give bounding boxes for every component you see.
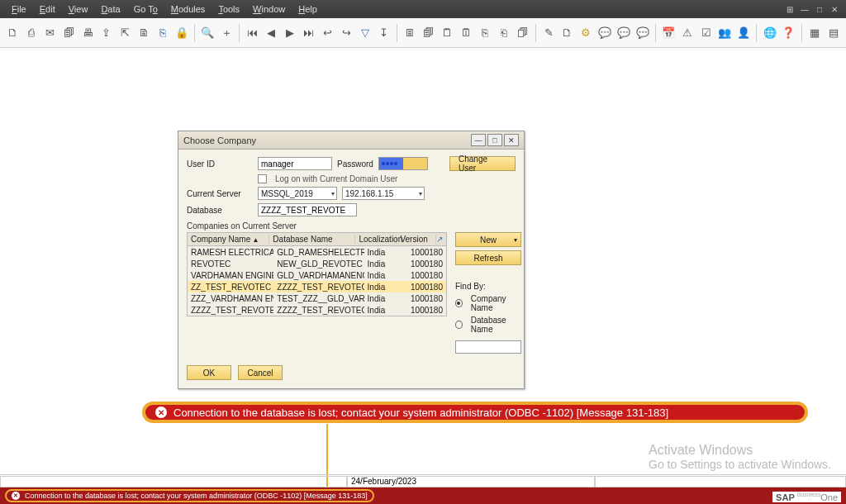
password-label: Password — [337, 159, 373, 169]
export-pdf-icon[interactable]: 🗎 — [136, 25, 152, 41]
table-row[interactable]: ZZZ_VARDHAMAN ENTEST_ZZZ__GLD_VARDIndia1… — [188, 292, 446, 304]
menu-file[interactable]: File — [5, 2, 33, 16]
menu-edit[interactable]: Edit — [33, 2, 62, 16]
calendar-icon[interactable]: 📅 — [661, 25, 677, 41]
layout1-icon[interactable]: ▦ — [807, 25, 823, 41]
users-icon[interactable]: 👥 — [717, 25, 733, 41]
user-id-input[interactable] — [258, 157, 332, 170]
table-row[interactable]: ZZ_TEST_REVOTECZZZZ_TEST_REVOTEC_India10… — [188, 281, 446, 292]
alert-icon[interactable]: ⚠ — [680, 25, 696, 41]
grid-header-localization[interactable]: Localization — [355, 235, 397, 244]
cell-company: VARDHAMAN ENGINE — [188, 271, 273, 280]
back-arrow-icon[interactable]: ↩ — [320, 25, 335, 41]
new-doc-icon[interactable]: 🗋 — [559, 25, 575, 41]
new-company-button[interactable]: New — [455, 232, 521, 247]
cell-version: 1000180 — [405, 306, 446, 315]
doc7-icon[interactable]: 🗍 — [515, 25, 530, 41]
doc5-icon[interactable]: ⎘ — [478, 25, 493, 41]
preview-icon[interactable]: 🗋 — [5, 25, 21, 41]
last-record-icon[interactable]: ⏭ — [301, 25, 316, 41]
menu-data[interactable]: Data — [94, 2, 126, 16]
dialog-close-icon[interactable]: ✕ — [504, 134, 519, 146]
error-icon: ✕ — [155, 407, 167, 418]
add-icon[interactable]: ＋ — [219, 25, 235, 41]
launch-icon[interactable]: ⎘ — [155, 25, 171, 41]
current-server-label: Current Server — [187, 189, 253, 198]
domain-logon-checkbox[interactable] — [258, 174, 267, 183]
find-by-company-radio[interactable] — [455, 299, 463, 307]
refresh-button[interactable]: Refresh — [455, 250, 521, 265]
table-row[interactable]: RAMESH ELECTRICALGLD_RAMESHELECTRICIndia… — [188, 246, 446, 258]
cell-localization: India — [364, 259, 406, 269]
doc4-icon[interactable]: 🗓 — [459, 25, 474, 41]
find-by-company-label: Company Name — [471, 294, 521, 312]
doc1-icon[interactable]: 🗏 — [402, 25, 418, 41]
cell-version: 1000180 — [405, 248, 446, 257]
menu-modules[interactable]: Modules — [164, 2, 212, 16]
minimize-icon[interactable]: — — [798, 3, 811, 15]
doc3-icon[interactable]: 🗒 — [440, 25, 455, 41]
filter-icon[interactable]: ▽ — [358, 25, 373, 41]
table-row[interactable]: REVOTECNEW_GLD_REVOTECIndia1000180 — [188, 258, 446, 269]
grid-header-company[interactable]: Company Name — [188, 235, 269, 244]
layout2-icon[interactable]: ▤ — [825, 25, 841, 41]
choose-company-dialog: Choose Company — □ ✕ User ID Password Ch… — [178, 131, 525, 389]
fax-icon[interactable]: 🖶 — [80, 25, 96, 41]
menu-view[interactable]: View — [62, 2, 95, 16]
error-callout: ✕ Connection to the database is lost; co… — [142, 402, 808, 423]
menu-goto[interactable]: Go To — [127, 2, 164, 16]
help-icon[interactable]: ❓ — [781, 25, 796, 41]
doc2-icon[interactable]: 🗐 — [421, 25, 437, 41]
first-record-icon[interactable]: ⏮ — [245, 25, 260, 41]
dialog-titlebar[interactable]: Choose Company — □ ✕ — [178, 131, 524, 150]
find-icon[interactable]: 🔍 — [200, 25, 216, 41]
menu-help[interactable]: Help — [292, 2, 324, 16]
menu-tools[interactable]: Tools — [212, 2, 246, 16]
menu-window[interactable]: Window — [246, 2, 292, 16]
close-icon[interactable]: ✕ — [828, 3, 841, 15]
form-settings-icon[interactable]: ⚙ — [578, 25, 594, 41]
find-by-input[interactable] — [455, 340, 521, 354]
cancel-button[interactable]: Cancel — [238, 365, 283, 380]
forward-arrow-icon[interactable]: ↪ — [339, 25, 354, 41]
grid-expand-icon[interactable]: ↗ — [436, 235, 446, 244]
status-error-text: Connection to the database is lost; cont… — [25, 492, 368, 500]
table-row[interactable]: VARDHAMAN ENGINEGLD_VARDHAMANENGIndia100… — [188, 269, 446, 281]
server-type-combo[interactable]: MSSQL_2019 — [258, 187, 337, 200]
print-icon[interactable]: ⎙ — [24, 25, 40, 41]
prev-record-icon[interactable]: ◀ — [264, 25, 279, 41]
sort-icon[interactable]: ↧ — [376, 25, 392, 41]
password-input[interactable] — [378, 157, 428, 170]
dialog-minimize-icon[interactable]: — — [471, 134, 486, 146]
chat3-icon[interactable]: 💬 — [634, 25, 650, 41]
edit-icon[interactable]: ✎ — [541, 25, 557, 41]
change-user-button[interactable]: Change User — [449, 156, 516, 171]
cell-localization: India — [364, 283, 406, 292]
chat1-icon[interactable]: 💬 — [597, 25, 613, 41]
dialog-maximize-icon[interactable]: □ — [487, 134, 502, 146]
companies-grid: Company Name Database Name Localization … — [187, 232, 447, 316]
mail-icon[interactable]: ✉ — [42, 25, 58, 41]
next-record-icon[interactable]: ▶ — [283, 25, 298, 41]
maximize-icon[interactable]: □ — [813, 3, 826, 15]
status-cell-1 — [0, 476, 347, 487]
globe-icon[interactable]: 🌐 — [762, 25, 777, 41]
sms-icon[interactable]: 🗐 — [61, 25, 77, 41]
windows-activation-watermark: Activate Windows Go to Settings to activ… — [649, 443, 831, 471]
app-grid-icon[interactable]: ⊞ — [783, 3, 796, 15]
table-row[interactable]: ZZZZ_TEST_REVOTECZZZZ_TEST_REVOTEC_India… — [188, 304, 446, 316]
export-word-icon[interactable]: ⇱ — [117, 25, 133, 41]
chat2-icon[interactable]: 💬 — [616, 25, 632, 41]
user-icon[interactable]: 👤 — [736, 25, 752, 41]
grid-header-version[interactable]: Version — [397, 235, 436, 244]
grid-header-database[interactable]: Database Name — [269, 235, 355, 244]
doc6-icon[interactable]: ⎗ — [496, 25, 511, 41]
lock-icon[interactable]: 🔒 — [173, 25, 189, 41]
ok-button[interactable]: OK — [187, 365, 231, 380]
database-input[interactable] — [258, 203, 357, 216]
server-ip-combo[interactable]: 192.168.1.15 — [342, 187, 425, 200]
find-by-database-radio[interactable] — [455, 321, 463, 329]
watermark-title: Activate Windows — [649, 443, 831, 458]
task-icon[interactable]: ☑ — [698, 25, 714, 41]
export-excel-icon[interactable]: ⇪ — [99, 25, 115, 41]
